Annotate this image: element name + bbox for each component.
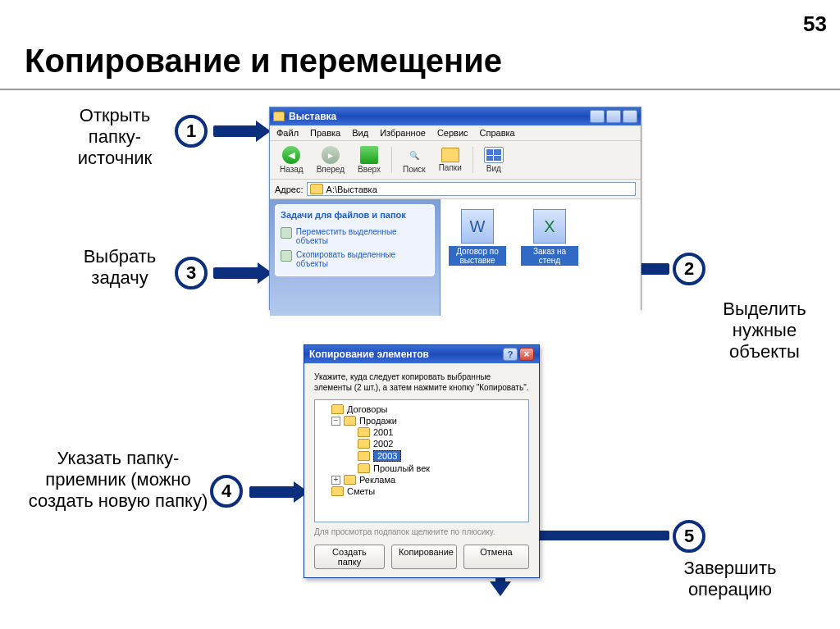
close-button[interactable]: × (519, 348, 534, 361)
tree-node[interactable]: +Реклама (318, 474, 525, 485)
tree-node-selected[interactable]: 2003 (318, 449, 525, 463)
folder-icon (331, 404, 344, 414)
arrow-1 (213, 125, 258, 137)
view-button[interactable]: Вид (479, 145, 509, 175)
move-icon (281, 227, 292, 239)
file-item-1[interactable]: W Договор по выставке (449, 209, 506, 266)
dialog-buttons: Создать папку Копирование Отмена (314, 545, 529, 569)
explorer-window: Выставка Файл Правка Вид Избранное Серви… (269, 107, 641, 310)
step-badge-2: 2 (673, 253, 705, 285)
task-pane: Задачи для файлов и папок Переместить вы… (270, 199, 441, 316)
tree-node[interactable]: Прошлый век (318, 463, 525, 474)
tree-node[interactable]: 2001 (318, 426, 525, 438)
step-label-2: Выделить нужные объекты (707, 299, 822, 362)
new-folder-button[interactable]: Создать папку (314, 545, 385, 569)
tree-node[interactable]: Сметы (318, 485, 525, 497)
title-separator (0, 89, 840, 90)
dialog-titlebar[interactable]: Копирование элементов ? × (304, 345, 539, 363)
folder-icon (358, 427, 370, 437)
excel-doc-icon: X (533, 209, 566, 244)
up-button[interactable]: Вверх (353, 144, 386, 175)
folder-icon (331, 486, 344, 496)
step-label-5: Завершить операцию (673, 558, 788, 600)
copy-icon (281, 250, 292, 262)
menu-favorites[interactable]: Избранное (380, 128, 426, 138)
dialog-body: Укажите, куда следует копировать выбранн… (304, 363, 539, 577)
folder-icon (344, 475, 356, 485)
folder-icon (358, 451, 370, 461)
menu-file[interactable]: Файл (276, 128, 299, 138)
arrow-3 (213, 267, 259, 279)
tree-node[interactable]: 2002 (318, 438, 525, 449)
window-title: Выставка (289, 111, 336, 122)
folder-icon (273, 112, 285, 121)
collapse-icon[interactable]: − (331, 417, 340, 426)
expand-icon[interactable]: + (331, 476, 340, 485)
cancel-button[interactable]: Отмена (463, 545, 529, 569)
step-badge-5: 5 (673, 520, 705, 553)
address-input[interactable]: A:\Выставка (307, 182, 636, 196)
task-box-title: Задачи для файлов и папок (281, 210, 429, 220)
address-bar: Адрес: A:\Выставка (270, 180, 641, 199)
step-badge-4: 4 (210, 475, 243, 508)
tree-node[interactable]: −Продажи (318, 415, 525, 426)
toolbar-separator (472, 147, 473, 173)
menu-view[interactable]: Вид (352, 128, 368, 138)
step-badge-3: 3 (175, 257, 208, 289)
tree-node[interactable]: Договоры (318, 403, 525, 415)
task-box: Задачи для файлов и папок Переместить вы… (275, 204, 435, 276)
menu-help[interactable]: Справка (480, 128, 515, 138)
explorer-content: Задачи для файлов и папок Переместить вы… (270, 199, 641, 316)
toolbar: ◄Назад ►Вперед Вверх 🔍Поиск Папки Вид (270, 141, 641, 180)
copy-dialog: Копирование элементов ? × Укажите, куда … (304, 344, 540, 578)
file-item-2[interactable]: X Заказ на стенд (521, 209, 578, 266)
page-number: 53 (803, 11, 827, 37)
window-controls (590, 110, 637, 123)
folder-tree[interactable]: Договоры −Продажи 2001 2002 2003 Прошлый… (314, 399, 529, 522)
window-titlebar[interactable]: Выставка (270, 107, 641, 125)
dialog-instructions: Укажите, куда следует копировать выбранн… (314, 371, 529, 393)
back-button[interactable]: ◄Назад (275, 144, 308, 175)
menu-tools[interactable]: Сервис (437, 128, 468, 138)
menu-edit[interactable]: Правка (310, 128, 340, 138)
file-label: Договор по выставке (449, 246, 506, 266)
step-label-4: Указать папку-приемник (можно создать но… (28, 448, 208, 512)
arrow-4 (249, 486, 295, 498)
folder-icon (344, 416, 356, 426)
address-value: A:\Выставка (326, 185, 377, 194)
task-move[interactable]: Переместить выделенные объекты (281, 225, 429, 248)
folder-icon (358, 463, 370, 473)
step-label-1: Открыть папку-источник (57, 105, 172, 169)
dialog-hint: Для просмотра подпапок щелкните по плюси… (314, 527, 529, 536)
toolbar-separator (391, 147, 392, 173)
address-label: Адрес: (275, 185, 304, 194)
step-badge-1: 1 (175, 115, 208, 148)
copy-button[interactable]: Копирование (391, 545, 457, 569)
word-doc-icon: W (461, 209, 494, 244)
folders-button[interactable]: Папки (434, 146, 467, 174)
step-label-3: Выбрать задачу (71, 246, 169, 289)
file-label: Заказ на стенд (521, 246, 578, 266)
maximize-button[interactable] (606, 110, 621, 123)
menu-bar: Файл Правка Вид Избранное Сервис Справка (270, 125, 641, 141)
folder-icon (310, 184, 323, 194)
task-copy[interactable]: Скопировать выделенные объекты (281, 248, 429, 271)
close-button[interactable] (623, 110, 637, 123)
folder-icon (358, 439, 370, 449)
dialog-title: Копирование элементов (309, 349, 429, 360)
help-button[interactable]: ? (503, 348, 518, 361)
forward-button[interactable]: ►Вперед (312, 144, 349, 175)
minimize-button[interactable] (590, 110, 605, 123)
main-title: Копирование и перемещение (25, 43, 502, 80)
search-button[interactable]: 🔍Поиск (398, 144, 431, 175)
file-area[interactable]: W Договор по выставке X Заказ на стенд (441, 199, 641, 316)
